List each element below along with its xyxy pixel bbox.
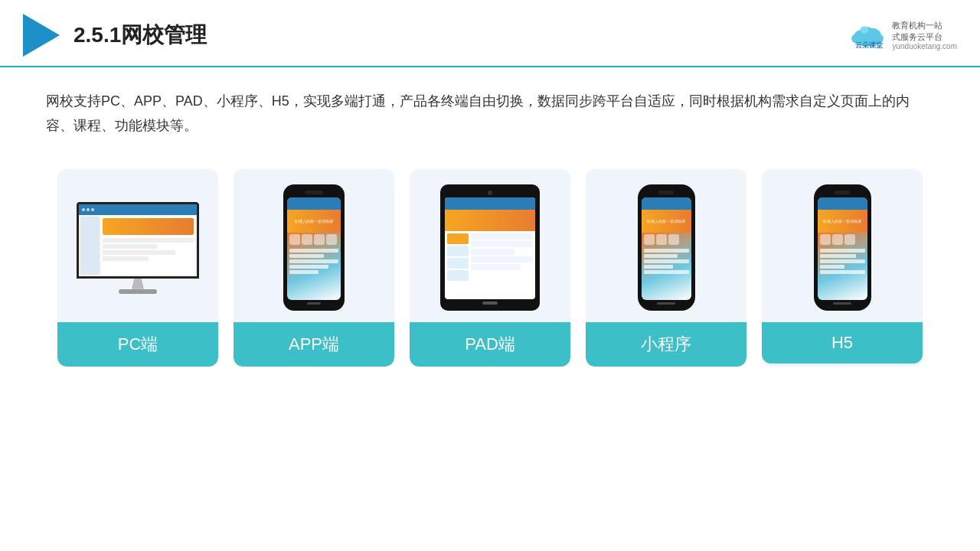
pc-monitor-icon xyxy=(77,202,199,294)
svg-text:云朵课堂: 云朵课堂 xyxy=(855,41,883,49)
brand-slogan: 教育机构一站 式服务云平台 xyxy=(892,20,942,42)
svg-point-4 xyxy=(861,26,869,34)
cards-container: PC端 职通人的第一堂训练课 xyxy=(0,146,980,390)
card-h5-label: H5 xyxy=(762,322,923,364)
phone-mockup-mini: 职通人的第一堂训练课 xyxy=(638,184,695,311)
card-pad-label: PAD端 xyxy=(410,322,570,367)
description-text: 网校支持PC、APP、PAD、小程序、H5，实现多端打通，产品各终端自由切换，数… xyxy=(0,67,980,146)
brand-url: yunduoketang.com xyxy=(892,42,957,51)
card-mini-image: 职通人的第一堂训练课 xyxy=(586,169,746,322)
header: 2.5.1网校管理 云朵课堂 教育机构一站 式服务云平台 yunduoketan… xyxy=(0,0,980,67)
cloud-icon: 云朵课堂 xyxy=(849,21,886,49)
brand-text: 教育机构一站 式服务云平台 yunduoketang.com xyxy=(892,20,957,51)
card-h5: 职通人的第一堂训练课 xyxy=(762,169,923,367)
card-h5-image: 职通人的第一堂训练课 xyxy=(762,169,923,322)
card-pc-label: PC端 xyxy=(57,322,218,367)
card-pc: PC端 xyxy=(57,169,218,367)
card-pad: PAD端 xyxy=(410,169,570,367)
card-app: 职通人的第一堂训练课 xyxy=(234,169,394,367)
card-mini-label: 小程序 xyxy=(586,322,746,367)
card-pc-image xyxy=(57,169,218,322)
page-title: 2.5.1网校管理 xyxy=(74,21,207,50)
logo-triangle-icon xyxy=(23,14,60,57)
phone-mockup-h5: 职通人的第一堂训练课 xyxy=(814,184,871,311)
description-paragraph: 网校支持PC、APP、PAD、小程序、H5，实现多端打通，产品各终端自由切换，数… xyxy=(46,89,934,139)
header-left: 2.5.1网校管理 xyxy=(23,14,207,57)
card-mini: 职通人的第一堂训练课 xyxy=(586,169,746,367)
brand-logo: 云朵课堂 xyxy=(849,21,886,49)
card-pad-image xyxy=(410,169,570,322)
phone-mockup-app: 职通人的第一堂训练课 xyxy=(283,184,345,311)
card-app-image: 职通人的第一堂训练课 xyxy=(234,169,394,322)
header-right: 云朵课堂 教育机构一站 式服务云平台 yunduoketang.com xyxy=(849,20,957,51)
card-app-label: APP端 xyxy=(234,322,394,367)
tablet-mockup-pad xyxy=(440,184,540,311)
